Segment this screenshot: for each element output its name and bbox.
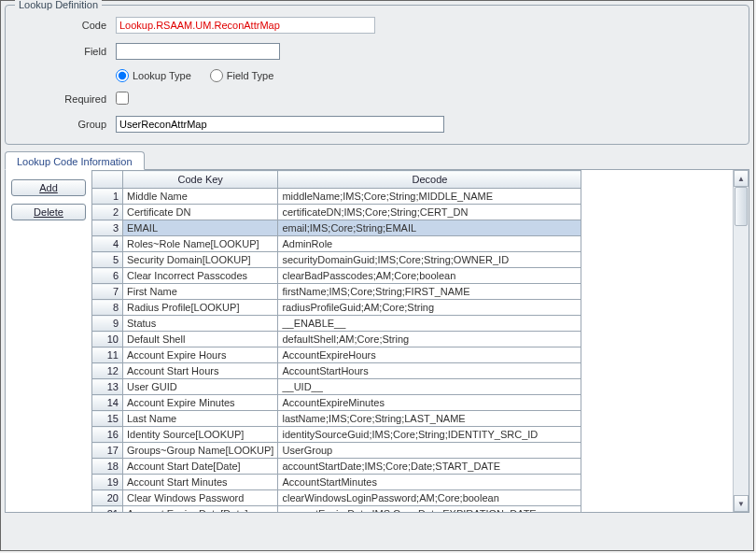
table-row[interactable]: 11Account Expire HoursAccountExpireHours xyxy=(92,347,581,363)
table-row[interactable]: 21Account Expire Date[Date]accountExpire… xyxy=(92,506,581,513)
cell-decode[interactable]: email;IMS;Core;String;EMAIL xyxy=(278,220,581,236)
row-number[interactable]: 3 xyxy=(92,220,123,236)
table-row[interactable]: 6Clear Incorrect PasscodesclearBadPassco… xyxy=(92,268,581,284)
cell-decode[interactable]: securityDomainGuid;IMS;Core;String;OWNER… xyxy=(278,252,581,268)
row-number[interactable]: 10 xyxy=(92,332,123,347)
table-row[interactable]: 19Account Start MinutesAccountStartMinut… xyxy=(92,475,581,490)
cell-decode[interactable]: radiusProfileGuid;AM;Core;String xyxy=(278,300,581,316)
row-number[interactable]: 2 xyxy=(92,205,123,220)
row-number[interactable]: 20 xyxy=(92,490,123,506)
row-number[interactable]: 18 xyxy=(92,459,123,475)
lookup-type-radio[interactable] xyxy=(116,69,129,82)
cell-code-key[interactable]: Account Expire Hours xyxy=(123,347,278,363)
cell-code-key[interactable]: First Name xyxy=(123,284,278,300)
cell-code-key[interactable]: Security Domain[LOOKUP] xyxy=(123,252,278,268)
row-number[interactable]: 19 xyxy=(92,475,123,490)
table-row[interactable]: 13User GUID__UID__ xyxy=(92,379,581,395)
table-row[interactable]: 1Middle NamemiddleName;IMS;Core;String;M… xyxy=(92,189,581,205)
cell-code-key[interactable]: Roles~Role Name[LOOKUP] xyxy=(123,236,278,252)
cell-decode[interactable]: identitySourceGuid;IMS;Core;String;IDENT… xyxy=(278,427,581,443)
row-number[interactable]: 14 xyxy=(92,395,123,411)
row-number[interactable]: 16 xyxy=(92,427,123,443)
table-row[interactable]: 9Status__ENABLE__ xyxy=(92,316,581,332)
table-row[interactable]: 18Account Start Date[Date]accountStartDa… xyxy=(92,459,581,475)
cell-code-key[interactable]: Default Shell xyxy=(123,332,278,347)
field-type-radio-item[interactable]: Field Type xyxy=(210,69,274,82)
table-row[interactable]: 5Security Domain[LOOKUP]securityDomainGu… xyxy=(92,252,581,268)
row-number[interactable]: 5 xyxy=(92,252,123,268)
header-code-key[interactable]: Code Key xyxy=(123,171,278,189)
row-number[interactable]: 13 xyxy=(92,379,123,395)
cell-decode[interactable]: accountStartDate;IMS;Core;Date;START_DAT… xyxy=(278,459,581,475)
delete-button[interactable]: Delete xyxy=(11,204,86,220)
cell-code-key[interactable]: Last Name xyxy=(123,411,278,427)
cell-decode[interactable]: AccountStartMinutes xyxy=(278,475,581,490)
scroll-track[interactable] xyxy=(734,187,749,495)
row-number[interactable]: 7 xyxy=(92,284,123,300)
cell-decode[interactable]: clearBadPasscodes;AM;Core;boolean xyxy=(278,268,581,284)
cell-decode[interactable]: lastName;IMS;Core;String;LAST_NAME xyxy=(278,411,581,427)
table-row[interactable]: 14Account Expire MinutesAccountExpireMin… xyxy=(92,395,581,411)
table-row[interactable]: 10Default ShelldefaultShell;AM;Core;Stri… xyxy=(92,332,581,347)
table-row[interactable]: 3EMAILemail;IMS;Core;String;EMAIL xyxy=(92,220,581,236)
header-rownum[interactable] xyxy=(92,171,123,189)
cell-decode[interactable]: AccountStartHours xyxy=(278,363,581,379)
scroll-thumb[interactable] xyxy=(735,187,748,226)
cell-decode[interactable]: __UID__ xyxy=(278,379,581,395)
add-button[interactable]: Add xyxy=(11,179,86,196)
cell-decode[interactable]: middleName;IMS;Core;String;MIDDLE_NAME xyxy=(278,189,581,205)
cell-decode[interactable]: defaultShell;AM;Core;String xyxy=(278,332,581,347)
cell-code-key[interactable]: Middle Name xyxy=(123,189,278,205)
cell-code-key[interactable]: Account Expire Minutes xyxy=(123,395,278,411)
table-row[interactable]: 20Clear Windows PasswordclearWindowsLogi… xyxy=(92,490,581,506)
row-number[interactable]: 9 xyxy=(92,316,123,332)
cell-code-key[interactable]: Account Expire Date[Date] xyxy=(123,506,278,513)
table-row[interactable]: 2Certificate DNcertificateDN;IMS;Core;St… xyxy=(92,205,581,220)
table-row[interactable]: 8Radius Profile[LOOKUP]radiusProfileGuid… xyxy=(92,300,581,316)
required-checkbox[interactable] xyxy=(116,92,129,105)
lookup-table-scroll[interactable]: Code Key Decode 1Middle NamemiddleName;I… xyxy=(91,170,581,512)
cell-code-key[interactable]: Account Start Minutes xyxy=(123,475,278,490)
tab-lookup-code-info[interactable]: Lookup Code Information xyxy=(5,151,145,170)
table-row[interactable]: 12Account Start HoursAccountStartHours xyxy=(92,363,581,379)
cell-decode[interactable]: AccountExpireMinutes xyxy=(278,395,581,411)
cell-code-key[interactable]: Groups~Group Name[LOOKUP] xyxy=(123,443,278,459)
cell-code-key[interactable]: EMAIL xyxy=(123,220,278,236)
cell-decode[interactable]: UserGroup xyxy=(278,443,581,459)
group-input[interactable] xyxy=(116,116,444,133)
table-row[interactable]: 17Groups~Group Name[LOOKUP]UserGroup xyxy=(92,443,581,459)
lookup-type-radio-item[interactable]: Lookup Type xyxy=(116,69,191,82)
row-number[interactable]: 1 xyxy=(92,189,123,205)
field-type-radio[interactable] xyxy=(210,69,223,82)
cell-decode[interactable]: AccountExpireHours xyxy=(278,347,581,363)
cell-code-key[interactable]: Clear Incorrect Passcodes xyxy=(123,268,278,284)
cell-code-key[interactable]: Account Start Date[Date] xyxy=(123,459,278,475)
cell-code-key[interactable]: User GUID xyxy=(123,379,278,395)
row-number[interactable]: 8 xyxy=(92,300,123,316)
row-number[interactable]: 6 xyxy=(92,268,123,284)
cell-code-key[interactable]: Status xyxy=(123,316,278,332)
row-number[interactable]: 12 xyxy=(92,363,123,379)
cell-code-key[interactable]: Radius Profile[LOOKUP] xyxy=(123,300,278,316)
table-row[interactable]: 15Last NamelastName;IMS;Core;String;LAST… xyxy=(92,411,581,427)
cell-code-key[interactable]: Clear Windows Password xyxy=(123,490,278,506)
cell-decode[interactable]: clearWindowsLoginPassword;AM;Core;boolea… xyxy=(278,490,581,506)
header-decode[interactable]: Decode xyxy=(278,171,581,189)
cell-decode[interactable]: certificateDN;IMS;Core;String;CERT_DN xyxy=(278,205,581,220)
table-row[interactable]: 16Identity Source[LOOKUP]identitySourceG… xyxy=(92,427,581,443)
cell-decode[interactable]: accountExpireDate;IMS;Core;Date;EXPIRATI… xyxy=(278,506,581,513)
table-row[interactable]: 7First NamefirstName;IMS;Core;String;FIR… xyxy=(92,284,581,300)
field-input[interactable] xyxy=(116,43,280,60)
vertical-scrollbar[interactable]: ▲ ▼ xyxy=(733,170,749,512)
cell-code-key[interactable]: Identity Source[LOOKUP] xyxy=(123,427,278,443)
cell-code-key[interactable]: Account Start Hours xyxy=(123,363,278,379)
row-number[interactable]: 4 xyxy=(92,236,123,252)
cell-decode[interactable]: __ENABLE__ xyxy=(278,316,581,332)
row-number[interactable]: 15 xyxy=(92,411,123,427)
table-row[interactable]: 4Roles~Role Name[LOOKUP]AdminRole xyxy=(92,236,581,252)
cell-code-key[interactable]: Certificate DN xyxy=(123,205,278,220)
scroll-up-icon[interactable]: ▲ xyxy=(734,170,749,187)
row-number[interactable]: 21 xyxy=(92,506,123,513)
scroll-down-icon[interactable]: ▼ xyxy=(734,495,749,512)
cell-decode[interactable]: firstName;IMS;Core;String;FIRST_NAME xyxy=(278,284,581,300)
